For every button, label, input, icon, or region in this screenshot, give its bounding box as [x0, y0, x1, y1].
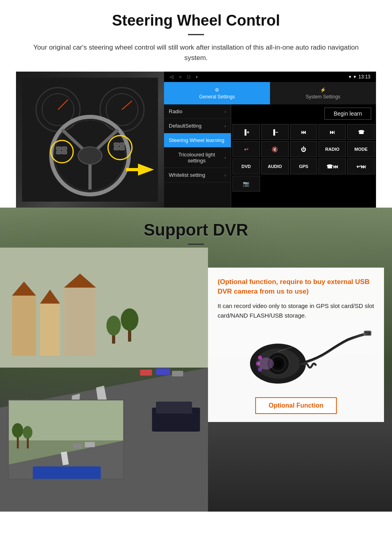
- phone-button[interactable]: ☎: [347, 124, 375, 140]
- preview-road-svg: [9, 400, 124, 480]
- control-buttons-grid: ▐+ ▐− ⏮ ⏭ ☎: [231, 123, 376, 193]
- dvr-camera-svg: [220, 328, 372, 390]
- camera-button[interactable]: 📷: [232, 176, 260, 192]
- vol-down-button[interactable]: ▐−: [261, 124, 289, 140]
- android-panel: ◁ ○ □ ▪ ▾ ▾ 13:13 ⚙ General Settings: [164, 72, 376, 208]
- menu-whitelist-label: Whitelist setting: [169, 172, 205, 178]
- optional-function-button[interactable]: Optional Function: [255, 397, 337, 414]
- next-icon: ⏭: [330, 129, 335, 135]
- menu-item-default[interactable]: DefaultSetting ›: [164, 119, 231, 133]
- dvr-title: Support DVR: [144, 220, 248, 240]
- steering-title: Steering Wheel Control: [16, 12, 376, 29]
- menu-item-radio[interactable]: Radio ›: [164, 104, 231, 119]
- control-grid: Begin learn ▐+ ▐− ⏮: [231, 104, 376, 208]
- next-button[interactable]: ⏭: [318, 124, 346, 140]
- menu-radio-label: Radio: [169, 108, 182, 114]
- tab-general-label: General Settings: [199, 94, 235, 100]
- tab-system[interactable]: ⚡ System Settings: [270, 82, 376, 104]
- begin-learn-row: Begin learn: [231, 104, 376, 123]
- svg-rect-40: [172, 371, 183, 376]
- begin-learn-button[interactable]: Begin learn: [324, 108, 371, 120]
- topbar-status: ▾ ▾ 13:13: [349, 74, 370, 80]
- dvr-title-divider: [188, 244, 204, 245]
- vol-up-button[interactable]: ▐+: [232, 124, 260, 140]
- chevron-steering-icon: ›: [224, 138, 226, 143]
- android-topbar: ◁ ○ □ ▪ ▾ ▾ 13:13: [164, 72, 376, 82]
- svg-rect-18: [62, 151, 67, 154]
- menu-tricolour-label: Tricoloured light settings: [169, 152, 224, 164]
- menu-nav-icon[interactable]: ▪: [196, 74, 198, 80]
- svg-rect-27: [40, 304, 60, 356]
- dvr-info-box: (Optional function, require to buy exter…: [208, 268, 384, 422]
- back-nav-icon[interactable]: ◁: [170, 74, 173, 80]
- svg-rect-23: [126, 168, 140, 171]
- phone-icon: ☎: [358, 129, 364, 135]
- power-button[interactable]: ⏻: [290, 141, 318, 157]
- chevron-default-icon: ›: [224, 124, 226, 128]
- power-icon: ⏻: [301, 146, 306, 152]
- hangup-icon: ↩: [244, 146, 248, 152]
- mode-button[interactable]: MODE: [347, 141, 375, 157]
- svg-rect-48: [85, 442, 95, 447]
- back-next-button[interactable]: ↩⏭: [347, 158, 375, 174]
- mute-button[interactable]: 🔇: [261, 141, 289, 157]
- steering-wheel-photo: [16, 72, 164, 208]
- dvr-description: It can record video only to storage in G…: [218, 301, 374, 320]
- dvd-label: DVD: [242, 164, 251, 169]
- optional-function-wrapper: Optional Function: [218, 397, 374, 414]
- radio-label: RADIO: [325, 147, 339, 152]
- gps-button[interactable]: GPS: [290, 158, 318, 174]
- radio-button[interactable]: RADIO: [318, 141, 346, 157]
- steering-description: Your original car's steering wheel contr…: [32, 42, 360, 63]
- steering-ui-container: ◁ ○ □ ▪ ▾ ▾ 13:13 ⚙ General Settings: [16, 72, 376, 208]
- dvr-section: Support DVR: [0, 208, 392, 512]
- svg-rect-42: [156, 402, 192, 414]
- tab-general[interactable]: ⚙ General Settings: [164, 82, 270, 104]
- svg-rect-20: [120, 143, 124, 146]
- steering-wheel-svg: [22, 78, 158, 202]
- back-next-icon: ↩⏭: [356, 164, 366, 170]
- svg-rect-39: [156, 368, 170, 375]
- chevron-tricolour-icon: ›: [224, 155, 226, 160]
- menu-item-steering[interactable]: Steering Wheel learning ›: [164, 133, 231, 148]
- svg-point-51: [12, 423, 23, 438]
- prev-button[interactable]: ⏮: [290, 124, 318, 140]
- menu-steering-label: Steering Wheel learning: [169, 137, 224, 143]
- vol-up-icon: ▐+: [243, 129, 250, 135]
- svg-point-58: [274, 360, 282, 368]
- phone-prev-button[interactable]: ☎⏮: [318, 158, 346, 174]
- svg-rect-15: [56, 147, 61, 150]
- svg-rect-25: [12, 296, 36, 356]
- prev-icon: ⏮: [301, 129, 306, 135]
- signal-icon: ▾: [349, 74, 351, 80]
- recents-nav-icon[interactable]: □: [187, 74, 190, 80]
- vol-down-icon: ▐−: [272, 129, 278, 135]
- home-nav-icon[interactable]: ○: [179, 74, 182, 80]
- settings-tabs: ⚙ General Settings ⚡ System Settings: [164, 82, 376, 104]
- settings-list: Radio › DefaultSetting › Steering Wheel …: [164, 104, 231, 208]
- settings-content: Radio › DefaultSetting › Steering Wheel …: [164, 104, 376, 208]
- dvr-optional-text: (Optional function, require to buy exter…: [218, 277, 374, 296]
- steering-section: Steering Wheel Control Your original car…: [0, 0, 392, 208]
- menu-default-label: DefaultSetting: [169, 123, 202, 129]
- audio-button[interactable]: AUDIO: [261, 158, 289, 174]
- svg-point-64: [258, 358, 274, 370]
- camera-icon: 📷: [243, 181, 249, 187]
- title-divider-1: [188, 34, 204, 35]
- hangup-button[interactable]: ↩: [232, 141, 260, 157]
- menu-item-whitelist[interactable]: Whitelist setting ›: [164, 168, 231, 182]
- svg-rect-19: [114, 143, 119, 146]
- svg-rect-29: [64, 288, 96, 356]
- dvr-camera-image: [218, 327, 374, 391]
- svg-rect-16: [56, 151, 61, 154]
- menu-item-tricolour[interactable]: Tricoloured light settings ›: [164, 148, 231, 168]
- svg-rect-17: [62, 147, 67, 150]
- svg-point-12: [78, 147, 102, 164]
- gps-label: GPS: [299, 164, 308, 169]
- dvd-button[interactable]: DVD: [232, 158, 260, 174]
- gear-icon: ⚙: [215, 87, 219, 93]
- svg-rect-49: [33, 466, 101, 480]
- svg-rect-21: [114, 147, 119, 150]
- svg-rect-38: [140, 370, 152, 376]
- dashcam-preview: [8, 400, 124, 480]
